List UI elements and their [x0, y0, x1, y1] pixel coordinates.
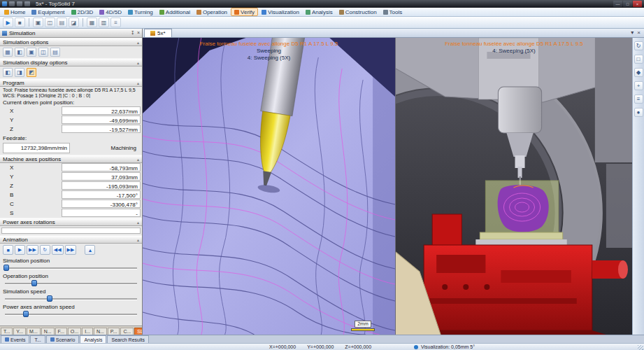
- right-viewport-canvas[interactable]: [396, 38, 632, 335]
- menu-tab-equipment[interactable]: Equipment: [29, 8, 67, 16]
- menu-tab-home[interactable]: Home: [1, 8, 28, 16]
- simulation-position-slider[interactable]: [5, 264, 137, 272]
- section-view-button[interactable]: ◪: [69, 18, 79, 27]
- panel-tab[interactable]: N...: [94, 328, 107, 335]
- loop-button[interactable]: ↻: [40, 245, 50, 255]
- tab-t[interactable]: T...: [30, 335, 45, 343]
- panel-tab[interactable]: M...: [27, 328, 41, 335]
- panel-tab[interactable]: Y...: [13, 328, 26, 335]
- operation-position-slider[interactable]: [5, 279, 137, 287]
- pin-icon[interactable]: ↧: [131, 30, 135, 36]
- machine-view-button[interactable]: ▣: [33, 18, 43, 27]
- panel-close-icon[interactable]: ×: [137, 30, 140, 36]
- section-display-options[interactable]: Simulation display options ▴: [0, 58, 142, 66]
- document-tab-5x[interactable]: 5x*: [144, 29, 172, 37]
- tab-label: Events: [10, 337, 25, 342]
- slider-thumb[interactable]: [47, 295, 52, 302]
- play-to-end-button[interactable]: ▶▶: [27, 245, 38, 255]
- step-forward-button[interactable]: ▶▶: [65, 245, 77, 255]
- chevron-up-icon: ▴: [137, 60, 139, 65]
- window-title: 5x* - TopSolid 7: [36, 1, 75, 7]
- menu-tab-analysis[interactable]: Analysis: [303, 8, 336, 16]
- section-program[interactable]: Program ▴: [0, 78, 142, 87]
- display-wireframe-button[interactable]: ◧: [3, 68, 13, 77]
- panel-tab[interactable]: O...: [68, 328, 81, 335]
- menu-tab-4d5d[interactable]: 4D/5D: [96, 8, 124, 16]
- display-list-button[interactable]: ≡: [110, 18, 121, 27]
- section-simulation-options[interactable]: Simulation options ▴: [0, 38, 142, 46]
- left-viewport-canvas[interactable]: [143, 38, 395, 335]
- panel-tab[interactable]: C...: [120, 328, 134, 335]
- menu-tab-2d3d[interactable]: 2D/3D: [69, 8, 96, 16]
- sim-mode-material-button[interactable]: ▣: [27, 48, 36, 57]
- tab-list-dropdown-icon[interactable]: ▾: [631, 29, 634, 36]
- fit-view-icon[interactable]: □: [634, 55, 643, 64]
- section-label: Machine axes positions: [3, 156, 61, 162]
- slider-thumb[interactable]: [31, 280, 37, 286]
- menu-tab-tools[interactable]: Tools: [380, 8, 406, 16]
- menu-tab-construction[interactable]: Construction: [336, 8, 380, 16]
- sim-mode-machine-button[interactable]: ▦: [3, 48, 13, 57]
- simulation-speed-slider[interactable]: [5, 295, 137, 302]
- view-list-icon[interactable]: ≡: [634, 94, 643, 104]
- resize-grip[interactable]: [638, 345, 643, 350]
- slider-thumb[interactable]: [23, 311, 29, 317]
- visualization-readout: Visualization: 0,05mm 5°: [414, 344, 475, 349]
- section-machine-axes[interactable]: Machine axes positions ▴: [0, 155, 142, 163]
- panel-tab-sl[interactable]: SL: [134, 328, 143, 335]
- panel-tab[interactable]: P...: [108, 328, 120, 335]
- simulation-options-icons: ▦ ◧ ▣ ◫ ▤: [0, 46, 142, 58]
- stock-view-button[interactable]: ◫: [45, 18, 55, 27]
- section-label: Simulation display options: [3, 59, 68, 66]
- menu-label: Visualization: [268, 9, 299, 15]
- menu-tab-turning[interactable]: Turning: [125, 8, 156, 16]
- minimize-button[interactable]: —: [613, 1, 622, 7]
- tab-events[interactable]: Events: [1, 335, 29, 343]
- run-simulation-button[interactable]: ▶: [3, 18, 13, 27]
- sim-mode-analysis-button[interactable]: ▤: [50, 48, 60, 57]
- eject-button[interactable]: ▲: [85, 245, 95, 255]
- panel-tab[interactable]: F...: [55, 328, 67, 335]
- close-button[interactable]: ×: [633, 1, 642, 7]
- menu-tab-verify[interactable]: Verify: [231, 8, 258, 16]
- section-animation[interactable]: Animation ▴: [0, 235, 142, 244]
- power-speed-slider[interactable]: [5, 310, 137, 318]
- quick-access-icon[interactable]: [9, 1, 15, 6]
- slider-thumb[interactable]: [3, 265, 9, 271]
- measure-button[interactable]: ▦: [87, 18, 97, 27]
- step-back-button[interactable]: ◀◀: [52, 245, 64, 255]
- panel-tab[interactable]: N...: [41, 328, 55, 335]
- maximize-button[interactable]: □: [623, 1, 632, 7]
- menu-tab-operation[interactable]: Operation: [194, 8, 230, 16]
- panel-tab[interactable]: T...: [1, 328, 13, 335]
- tab-scenario[interactable]: Scenario: [46, 335, 80, 343]
- display-grid-button[interactable]: ▥: [99, 18, 109, 27]
- stop-button[interactable]: ■: [3, 245, 13, 255]
- tab-analysis[interactable]: Analysis: [80, 335, 106, 343]
- reset-simulation-button[interactable]: ■: [15, 18, 25, 27]
- simulation-panel: Simulation ↧ × Simulation options ▴ ▦ ◧ …: [0, 29, 143, 335]
- machine-axis-row: Z -195,093mm: [0, 181, 142, 190]
- display-realistic-button[interactable]: ◩: [27, 68, 36, 77]
- toolbar-separator: [29, 18, 29, 27]
- quick-access-icon[interactable]: [24, 1, 30, 6]
- play-button[interactable]: ▶: [15, 245, 25, 255]
- collision-check-button[interactable]: ▤: [57, 18, 67, 27]
- tab-close-icon[interactable]: ×: [637, 29, 641, 36]
- display-shaded-button[interactable]: ◨: [15, 68, 24, 77]
- render-mode-icon[interactable]: ●: [634, 108, 643, 117]
- menu-tab-visualization[interactable]: Visualization: [259, 8, 302, 16]
- chevron-up-icon: ▴: [137, 40, 139, 45]
- menu-tab-additional[interactable]: Additional: [157, 8, 193, 16]
- section-power-axes[interactable]: Power axes rotations ▴: [0, 218, 142, 226]
- right-viewport[interactable]: Fraise tonneau fuselée avec allonge D5 R…: [396, 38, 632, 335]
- view-cube-icon[interactable]: ◆: [634, 68, 643, 77]
- sim-mode-stock-button[interactable]: ◫: [38, 48, 48, 57]
- rotate-view-icon[interactable]: ↻: [634, 41, 643, 50]
- panel-tab[interactable]: I...: [82, 328, 93, 335]
- quick-access-icon[interactable]: [17, 1, 22, 6]
- left-viewport[interactable]: Fraise tonneau fuselée avec allonge D5 R…: [143, 38, 396, 335]
- sim-mode-toolpath-button[interactable]: ◧: [15, 48, 24, 57]
- tab-search-results[interactable]: Search Results: [107, 335, 148, 343]
- pan-view-icon[interactable]: +: [634, 81, 643, 90]
